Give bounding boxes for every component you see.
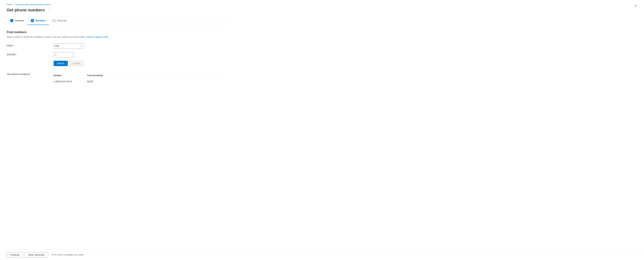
more-options-button[interactable]: ···	[47, 8, 53, 12]
step-summary-label: Summary	[57, 19, 67, 22]
prefix-select[interactable]: 800 833 844 855 866 877 888	[54, 43, 84, 49]
steps-container: ✓ Features 2 Numbers 3 Summary	[7, 16, 228, 25]
step-features-circle: ✓	[10, 19, 14, 22]
table-row: 1-833-XXX-XXXX $2.00	[54, 79, 228, 84]
close-button[interactable]: ×	[634, 3, 637, 8]
breadcrumb-home[interactable]: Home	[7, 3, 12, 6]
phone-numbers-section: Your phone number(s) Number Cost (monthl…	[7, 73, 228, 84]
phone-number-value: 1-833-XXX-XXXX	[54, 80, 87, 83]
step-numbers[interactable]: 2 Numbers	[27, 16, 49, 25]
time-estimate: 14:47 min to complete your order.	[52, 254, 84, 256]
breadcrumb-chevron-1: ›	[14, 4, 14, 5]
find-numbers-title: Find numbers	[7, 30, 228, 34]
breadcrumb-chevron-2: ›	[52, 4, 52, 5]
quantity-input[interactable]	[54, 52, 74, 57]
phone-numbers-section-label: Your phone number(s)	[7, 73, 54, 84]
step-numbers-label: Numbers	[36, 19, 46, 22]
page-title: Get phone numbers	[7, 8, 45, 12]
breadcrumb-resource[interactable]: communication-service-resource-name	[15, 3, 50, 6]
breadcrumb: Home › communication-service-resource-na…	[7, 3, 228, 6]
col-number-header: Number	[54, 74, 87, 77]
find-numbers-subtitle: Select a prefix to search for available …	[7, 35, 228, 39]
col-cost-header: Cost (monthly)	[87, 74, 121, 77]
bottom-bar: Previous Next: Summary 14:47 min to comp…	[0, 249, 644, 260]
step-summary[interactable]: 3 Summary	[49, 16, 70, 25]
next-summary-button[interactable]: Next: Summary	[25, 252, 48, 258]
special-order-link[interactable]: request a special order.	[86, 36, 109, 38]
main-content: Find numbers Select a prefix to search f…	[7, 30, 228, 84]
cancel-button[interactable]: Cancel	[69, 61, 84, 66]
prefix-field: Prefix* 800 833 844 855 866 877 888	[7, 43, 228, 49]
prefix-input-area: 800 833 844 855 866 877 888	[54, 43, 104, 49]
prefix-select-wrapper: 800 833 844 855 866 877 888	[54, 43, 84, 49]
phone-numbers-table: Number Cost (monthly) 1-833-XXX-XXXX $2.…	[54, 73, 228, 84]
search-button[interactable]: Search	[54, 61, 68, 66]
previous-button[interactable]: Previous	[7, 252, 23, 258]
step-summary-circle: 3	[52, 19, 56, 22]
page-header: Get phone numbers ···	[7, 8, 228, 12]
quantity-label: Quantity*	[7, 52, 54, 56]
step-numbers-circle: 2	[31, 19, 34, 22]
phone-cost-value: $2.00	[87, 80, 121, 83]
quantity-input-area	[54, 52, 104, 57]
step-features[interactable]: ✓ Features	[7, 16, 27, 25]
quantity-field: Quantity*	[7, 52, 228, 57]
prefix-required: *	[13, 44, 14, 47]
prefix-label: Prefix*	[7, 43, 54, 47]
search-buttons-row: Search Cancel	[54, 61, 228, 66]
quantity-required: *	[16, 53, 16, 56]
phone-numbers-row: Your phone number(s) Number Cost (monthl…	[7, 73, 228, 84]
table-headers: Number Cost (monthly)	[54, 73, 228, 78]
step-features-label: Features	[15, 19, 24, 22]
